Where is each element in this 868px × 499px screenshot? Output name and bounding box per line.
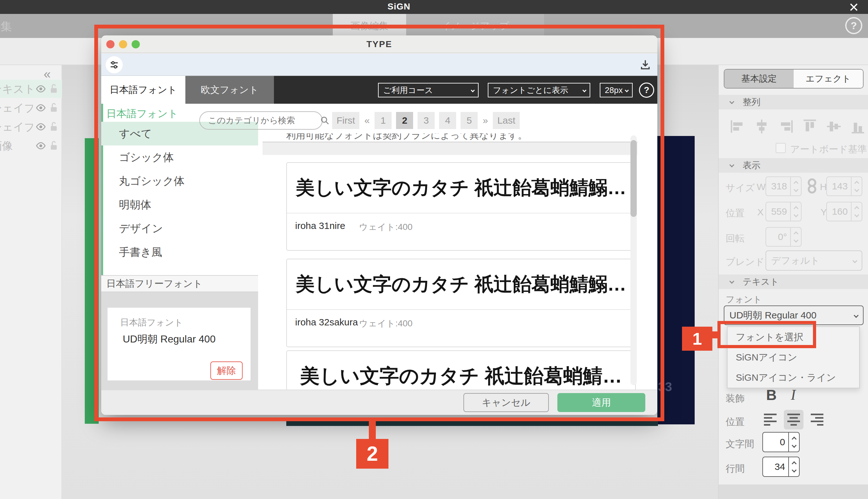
tab-image-up[interactable]: イメージアップ — [406, 14, 544, 38]
category-handwriting[interactable]: 手書き風 — [101, 240, 258, 264]
category-gothic[interactable]: ゴシック体 — [101, 145, 258, 169]
font-card[interactable]: 美しい文字のカタチ 祇辻飴葛蛸鯖鰯… iroha 31nire ウェイト:400 — [286, 162, 636, 251]
chevron-down-icon — [625, 88, 629, 92]
lock-icon[interactable] — [49, 121, 58, 132]
width-stepper[interactable]: 318 — [765, 177, 801, 196]
font-select[interactable]: UD明朝 Regular 400 — [724, 305, 864, 325]
screen: SiGN × 編集 画像編集 イメージアップ ? 960 x 450 PNG プ… — [0, 0, 868, 499]
fontsize-select[interactable]: 28px — [600, 83, 632, 97]
filter-settings-icon[interactable] — [106, 56, 123, 73]
tab-japanese-fonts[interactable]: 日本語フォント — [101, 76, 185, 104]
chevron-down-icon — [730, 279, 735, 284]
category-round-gothic[interactable]: 丸ゴシック体 — [101, 169, 258, 193]
lock-icon[interactable] — [49, 141, 58, 150]
tab-basic-settings[interactable]: 基本設定 — [724, 70, 794, 88]
tab-effects[interactable]: エフェクト — [794, 70, 863, 88]
blend-select[interactable]: デフォルト — [765, 251, 862, 271]
category-mincho[interactable]: 明朝体 — [101, 193, 258, 217]
page-4[interactable]: 4 — [439, 112, 456, 129]
y-stepper[interactable]: 160 — [826, 202, 862, 221]
category-design[interactable]: デザイン — [101, 217, 258, 240]
decoration-label: 装飾 — [726, 392, 745, 405]
scrollbar-thumb[interactable] — [630, 140, 637, 217]
page-last[interactable]: Last — [493, 112, 520, 129]
display-mode-select[interactable]: フォントごとに表示 — [488, 83, 590, 97]
text-align-right-icon[interactable] — [807, 410, 826, 429]
section-text[interactable]: テキスト — [719, 275, 868, 289]
free-font-area: 日本語フォント UD明朝 Regular 400 解除 — [101, 292, 258, 390]
sidebar-header: 日本語フォント — [106, 107, 178, 121]
edit-menu[interactable]: 編集 — [0, 18, 20, 35]
canvas-image-bottom-edge — [286, 421, 658, 426]
layer-row-shape[interactable]: シェイプ — [0, 118, 62, 136]
remove-font-button[interactable]: 解除 — [210, 362, 243, 380]
align-middle-v-icon[interactable] — [826, 119, 841, 134]
artboard-checkbox[interactable] — [776, 143, 786, 153]
page-first[interactable]: First — [332, 112, 359, 129]
tracking-stepper[interactable]: 0 — [762, 432, 800, 452]
free-font-card: 日本語フォント UD明朝 Regular 400 解除 — [108, 308, 251, 380]
lock-icon[interactable] — [49, 102, 58, 112]
menu-item-select-font[interactable]: フォントを選択 — [727, 327, 859, 347]
page-next[interactable]: » — [482, 112, 489, 129]
layer-row-image[interactable]: 画像 — [0, 137, 62, 155]
search-input[interactable] — [208, 116, 320, 125]
page-3[interactable]: 3 — [418, 112, 435, 129]
align-bottom-icon[interactable] — [850, 119, 866, 134]
align-right-icon[interactable] — [778, 119, 793, 134]
font-menu: フォントを選択 SiGNアイコン SiGNアイコン・ライン — [727, 326, 860, 388]
y-label: Y — [821, 207, 827, 218]
menu-item-sign-icon-line[interactable]: SiGNアイコン・ライン — [727, 367, 859, 388]
text-align-center-icon[interactable] — [784, 410, 804, 429]
layer-row-shape[interactable]: シェイプ — [0, 99, 62, 117]
align-center-h-icon[interactable] — [754, 119, 769, 134]
course-select[interactable]: ご利用コース — [378, 83, 479, 97]
x-stepper[interactable]: 559 — [765, 202, 801, 221]
section-display[interactable]: 表示 — [719, 158, 868, 173]
page-2-current[interactable]: 2 — [396, 112, 413, 129]
eye-icon[interactable] — [35, 142, 46, 149]
page-prev[interactable]: « — [364, 112, 370, 129]
tab-image-edit[interactable]: 画像編集 — [333, 14, 406, 38]
tab-latin-fonts[interactable]: 欧文フォント — [185, 76, 274, 104]
eye-icon[interactable] — [35, 85, 46, 93]
font-card[interactable]: 美しい文字のカタチ 祇辻飴葛蛸鯖… — [286, 350, 636, 390]
leading-stepper[interactable]: 34 — [762, 457, 800, 477]
search-box[interactable] — [199, 111, 323, 130]
eye-icon[interactable] — [35, 123, 46, 131]
pagination: First « 1 2 3 4 5 » Last — [332, 112, 520, 129]
layer-row-text[interactable]: テキスト — [0, 80, 62, 98]
lock-icon[interactable] — [49, 84, 58, 94]
apply-button[interactable]: 適用 — [557, 393, 645, 412]
canvas-image-navy-edge: 33 — [657, 136, 695, 424]
height-stepper[interactable]: 143 — [826, 177, 862, 196]
text-align-left-icon[interactable] — [761, 410, 781, 429]
font-sample: 美しい文字のカタチ 祇辻飴葛蛸鯖鰯… — [287, 163, 635, 214]
italic-button[interactable]: I — [791, 387, 796, 403]
help-icon[interactable]: ? — [845, 17, 862, 34]
chevron-down-icon — [854, 313, 859, 318]
link-wh-icon[interactable] — [807, 177, 817, 195]
cancel-button[interactable]: キャンセル — [463, 393, 549, 412]
align-top-icon[interactable] — [802, 119, 817, 134]
menu-item-sign-icon[interactable]: SiGNアイコン — [727, 347, 859, 367]
align-left-icon[interactable] — [730, 119, 745, 134]
annotation-badge-1: 1 — [682, 327, 712, 351]
collapse-panel-icon[interactable]: « — [44, 67, 51, 81]
page-5[interactable]: 5 — [461, 112, 478, 129]
font-weight: ウェイト:400 — [359, 221, 412, 233]
page-1[interactable]: 1 — [375, 112, 391, 129]
bold-button[interactable]: B — [766, 387, 776, 403]
eye-icon[interactable] — [35, 104, 46, 112]
position-label: 位置 — [726, 207, 745, 220]
section-align[interactable]: 整列 — [719, 95, 868, 109]
download-icon[interactable] — [640, 59, 651, 70]
free-font-card-label: 日本語フォント — [120, 317, 183, 329]
layers-panel: « テキスト シェイプ シェイプ 画像 — [0, 65, 62, 499]
layer-label: テキスト — [0, 80, 33, 98]
dialog-content: 日本語フォント すべて ゴシック体 丸ゴシック体 明朝体 デザイン 手書き風 日… — [101, 104, 657, 390]
dialog-help-icon[interactable]: ? — [639, 83, 654, 98]
artboard-checkbox-label: アートボード基準 — [790, 143, 867, 156]
rotate-stepper[interactable]: 0° — [765, 227, 801, 247]
font-card[interactable]: 美しい文字のカタチ 祇辻飴葛蛸鯖鰯… iroha 32sakura ウェイト:4… — [286, 259, 636, 347]
